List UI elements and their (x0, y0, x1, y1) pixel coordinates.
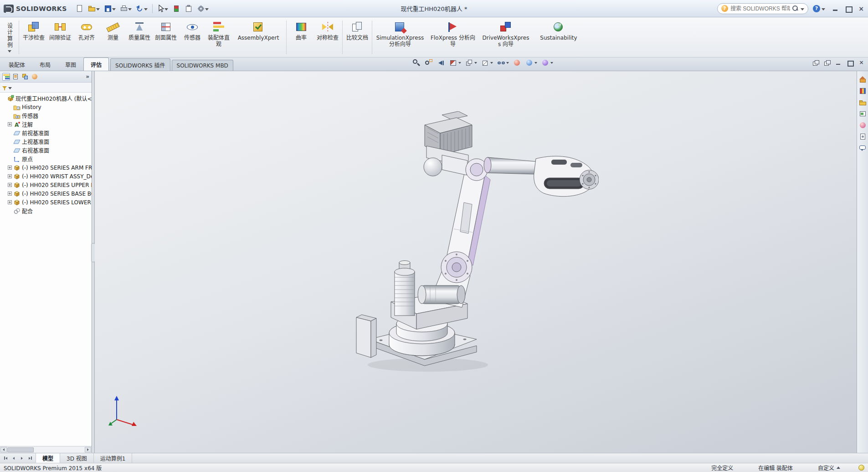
configurationmanager-icon[interactable] (21, 73, 29, 81)
view-settings-button[interactable] (541, 59, 553, 67)
measure-button[interactable]: 测量 (100, 19, 126, 56)
tree-item-front-plane[interactable]: 前视基准面 (1, 129, 92, 137)
apply-scene-button[interactable] (525, 59, 537, 67)
design-study-button[interactable]: 设计算例 (2, 19, 17, 56)
propertymanager-icon[interactable] (12, 73, 20, 81)
file-explorer-icon[interactable] (859, 99, 867, 106)
file-properties-button[interactable] (183, 3, 194, 15)
next-tab-icon[interactable] (19, 455, 25, 462)
tree-item-top-plane[interactable]: 上视基准面 (1, 137, 92, 146)
hole-alignment-button[interactable]: 孔对齐 (73, 19, 100, 56)
tree-item-component[interactable]: (-) HH020 WRIST ASSY_De (1, 172, 92, 181)
driveworksxpress-button[interactable]: DriveWorksXpress 向导 (479, 19, 532, 56)
tree-item-annotations[interactable]: A 注解 (1, 120, 92, 129)
tree-item-sensors[interactable]: 传感器 (1, 111, 92, 120)
section-properties-button[interactable]: 剖面属性 (153, 19, 179, 56)
last-tab-icon[interactable] (27, 455, 33, 462)
expand-plus-icon[interactable] (8, 200, 12, 204)
robot-main-arm[interactable] (447, 166, 490, 265)
close-window-icon[interactable]: × (858, 6, 864, 11)
new-document-button[interactable] (74, 3, 85, 15)
tree-item-component[interactable]: (-) HH020 SERIES ARM FR (1, 163, 92, 172)
expand-plus-icon[interactable] (8, 166, 12, 170)
robot-tool-flange[interactable] (580, 170, 599, 189)
tree-item-component[interactable]: (-) HH020 SERIES BASE BO (1, 189, 92, 198)
chevron-up-icon[interactable] (837, 467, 840, 469)
chevron-down-icon[interactable] (801, 8, 804, 10)
arrange-windows-icon[interactable] (813, 60, 819, 65)
scrollbar-thumb[interactable] (7, 447, 34, 452)
mass-properties-button[interactable]: 质量属性 (126, 19, 153, 56)
help-menu[interactable]: ? (813, 5, 825, 12)
curvature-button[interactable]: 曲率 (288, 19, 314, 56)
restore-document-icon[interactable] (847, 60, 853, 65)
print-button[interactable] (118, 3, 133, 15)
units-selector[interactable]: 自定义 (818, 464, 834, 472)
tree-item-component[interactable]: (-) HH020 SERIES LOWER (1, 198, 92, 207)
new-window-icon[interactable] (824, 60, 830, 65)
tab-evaluate[interactable]: 评估 (83, 57, 109, 71)
scroll-left-icon[interactable] (0, 447, 7, 452)
assemblyxpert-button[interactable]: AssemblyXpert (232, 19, 285, 56)
robot-servo-cylinder[interactable] (418, 285, 465, 304)
tab-sketch[interactable]: 草图 (58, 57, 83, 71)
assembly-visualization-button[interactable]: 装配体直观 (205, 19, 232, 56)
sensor-button[interactable]: 传感器 (179, 19, 205, 56)
clearance-verification-button[interactable]: 间隙验证 (47, 19, 73, 56)
appearances-scenes-icon[interactable] (859, 121, 867, 129)
tree-item-origin[interactable]: 原点 (1, 155, 92, 163)
tree-horizontal-scrollbar[interactable] (0, 446, 92, 453)
tab-3d-views[interactable]: 3D 视图 (60, 453, 94, 463)
maximize-window-icon[interactable] (845, 6, 852, 11)
previous-tab-icon[interactable] (10, 455, 17, 462)
hide-show-items-button[interactable] (497, 59, 509, 67)
solidworks-forum-icon[interactable] (859, 144, 867, 152)
tab-solidworks-addins[interactable]: SOLIDWORKS 插件 (110, 58, 170, 71)
compare-documents-button[interactable]: 比较文档 (344, 19, 370, 56)
tree-filter-bar[interactable] (0, 83, 92, 93)
robot-model[interactable] (353, 111, 599, 376)
zoom-to-fit-button[interactable] (412, 59, 421, 67)
options-button[interactable] (195, 3, 210, 15)
robot-shoulder-joint[interactable] (441, 252, 472, 283)
scroll-right-icon[interactable] (85, 447, 91, 452)
tree-root-assembly[interactable]: 现代重工HH020机器人 (默认< (1, 94, 92, 103)
rebuild-button[interactable] (171, 3, 182, 15)
featuremanager-tree-icon[interactable] (2, 73, 10, 81)
robot-base-bracket[interactable] (356, 315, 376, 358)
interference-detection-button[interactable]: 干涉检查 (21, 19, 47, 56)
graphics-viewport[interactable] (95, 71, 857, 453)
tab-model[interactable]: 模型 (36, 453, 60, 463)
tab-motion-study-1[interactable]: 运动算例1 (94, 453, 133, 463)
view-orientation-button[interactable] (465, 59, 477, 67)
sustainability-button[interactable]: Sustainability (532, 19, 585, 56)
zoom-to-area-button[interactable] (425, 59, 433, 67)
save-button[interactable] (103, 3, 117, 15)
tree-item-right-plane[interactable]: 右视基准面 (1, 146, 92, 155)
symmetry-check-button[interactable]: 对称检查 (314, 19, 341, 56)
display-style-button[interactable] (481, 59, 493, 67)
simulationxpress-button[interactable]: SimulationXpress 分析向导 (374, 19, 426, 56)
edit-appearance-button[interactable] (513, 59, 521, 67)
previous-view-button[interactable] (437, 59, 445, 67)
custom-properties-icon[interactable] (859, 133, 867, 140)
tree-item-history[interactable]: History (1, 103, 92, 111)
view-palette-icon[interactable] (859, 110, 867, 118)
search-icon[interactable] (792, 5, 798, 11)
expand-plus-icon[interactable] (8, 183, 12, 187)
floxpress-button[interactable]: FloXpress 分析向导 (426, 19, 479, 56)
expand-plus-icon[interactable] (8, 192, 12, 196)
search-input[interactable] (730, 5, 790, 12)
select-button[interactable] (156, 3, 169, 15)
quick-tips-icon[interactable] (858, 465, 864, 471)
minimize-document-icon[interactable] (836, 60, 842, 65)
tab-assembly[interactable]: 装配体 (1, 57, 32, 71)
minimize-window-icon[interactable] (832, 6, 839, 11)
design-library-icon[interactable] (859, 87, 867, 95)
tree-item-mates[interactable]: 配合 (1, 207, 92, 215)
expand-plus-icon[interactable] (8, 174, 12, 178)
close-document-icon[interactable]: × (858, 60, 864, 65)
undo-button[interactable] (134, 3, 149, 15)
tab-solidworks-mbd[interactable]: SOLIDWORKS MBD (172, 60, 233, 71)
section-view-button[interactable] (449, 59, 461, 67)
